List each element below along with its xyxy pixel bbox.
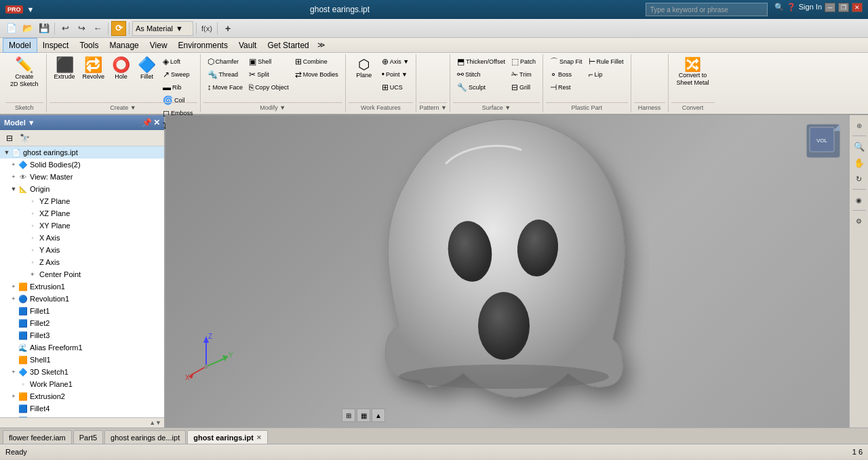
menu-tools[interactable]: Tools: [74, 38, 104, 53]
tree-item-origin[interactable]: ▼ 📐 Origin: [0, 183, 164, 195]
revolve-btn[interactable]: 🔁 Revolve: [79, 56, 108, 83]
app-menu-icon[interactable]: ▼: [27, 5, 35, 14]
expand-ext1[interactable]: +: [9, 283, 18, 290]
axis-btn[interactable]: ⊕Axis ▼: [379, 56, 412, 68]
vp-up-btn[interactable]: ▲: [372, 409, 385, 422]
tree-item-fillet1[interactable]: 🟦 Fillet1: [0, 305, 164, 317]
filter-btn[interactable]: ⊟: [3, 132, 16, 144]
nav-cube[interactable]: VOL: [803, 121, 844, 161]
expand-rev1[interactable]: +: [9, 295, 18, 302]
scroll-indicator[interactable]: ▲▼: [149, 419, 161, 426]
vp-grid-btn[interactable]: ⊞: [342, 409, 355, 422]
expand-origin[interactable]: ▼: [9, 186, 18, 192]
tree-item-z-axis[interactable]: ▫ Z Axis: [0, 256, 164, 268]
flower-feeder-tab[interactable]: flower feeder.iam: [3, 430, 72, 444]
expand-ext2[interactable]: +: [9, 393, 18, 400]
tree-item-fillet2[interactable]: 🟦 Fillet2: [0, 317, 164, 329]
hole-btn[interactable]: ⭕ Hole: [108, 56, 134, 83]
tree-item-center-point[interactable]: ✦ Center Point: [0, 268, 164, 280]
tree-item-root[interactable]: ▼ 📄 ghost earings.ipt: [0, 146, 164, 159]
menu-get-started[interactable]: Get Started: [262, 38, 314, 53]
vp-wire-btn[interactable]: ▦: [357, 409, 370, 422]
tree-item-xz[interactable]: ▫ XZ Plane: [0, 207, 164, 219]
chamfer-btn[interactable]: ⬡Chamfer: [205, 56, 246, 68]
patch-btn[interactable]: ⬚Patch: [509, 56, 538, 68]
open-btn[interactable]: 📂: [20, 21, 35, 36]
pattern-group-title[interactable]: Pattern ▼: [419, 102, 447, 112]
restore-btn[interactable]: ❐: [838, 3, 849, 12]
formula-btn[interactable]: f(x): [199, 21, 214, 36]
viewport[interactable]: VOL: [165, 115, 849, 427]
material-dropdown[interactable]: As Material ▼: [132, 21, 193, 36]
ghost-earings-close[interactable]: ✕: [256, 434, 262, 441]
full-nav-btn[interactable]: ⊕: [852, 118, 867, 133]
expand-solid[interactable]: +: [9, 161, 18, 168]
lip-btn[interactable]: ⌐Lip: [586, 68, 627, 81]
convert-sheet-metal-btn[interactable]: 🔀 Convert toSheet Metal: [673, 56, 713, 89]
move-face-btn[interactable]: ↕Move Face: [205, 81, 246, 93]
look-at-btn[interactable]: ◉: [852, 192, 867, 207]
sculpt-btn[interactable]: 🔧Sculpt: [454, 81, 508, 93]
minimize-btn[interactable]: ─: [825, 3, 835, 12]
tree-item-revolution1[interactable]: + 🔵 Revolution1: [0, 293, 164, 305]
rest-btn[interactable]: ⊣Rest: [547, 81, 585, 93]
update-btn[interactable]: ⟳: [111, 21, 126, 36]
expand-view[interactable]: +: [9, 173, 18, 180]
part5-tab[interactable]: Part5: [73, 430, 103, 444]
tree-item-y-axis[interactable]: ▫ Y Axis: [0, 244, 164, 256]
plane-btn[interactable]: ⬡ Plane: [350, 56, 378, 81]
rule-fillet-btn[interactable]: ⊢Rule Fillet: [586, 56, 627, 68]
tree-item-x-axis[interactable]: ▫ X Axis: [0, 232, 164, 244]
create-group-title[interactable]: Create ▼: [50, 102, 197, 112]
zoom-all-rt-btn[interactable]: 🔍: [852, 139, 867, 154]
sign-in-link[interactable]: Sign In: [799, 3, 822, 16]
fillet-btn[interactable]: 🔷 Fillet: [134, 56, 159, 83]
thicken-offset-btn[interactable]: ⬒Thicken/Offset: [454, 56, 508, 68]
tree-item-3dsketch1[interactable]: + 🔷 3D Sketch1: [0, 366, 164, 378]
menu-manage[interactable]: Manage: [104, 38, 144, 53]
trim-btn[interactable]: ✁Trim: [509, 68, 538, 81]
back-btn[interactable]: ←: [90, 21, 105, 36]
close-btn[interactable]: ✕: [852, 3, 863, 12]
surface-group-title[interactable]: Surface ▼: [453, 102, 540, 112]
new-btn[interactable]: 📄: [4, 21, 19, 36]
combine-btn[interactable]: ⊞Combine: [292, 56, 341, 68]
move-bodies-btn[interactable]: ⇄Move Bodies: [292, 68, 341, 81]
save-btn[interactable]: 💾: [37, 21, 52, 36]
redo-btn[interactable]: ↪: [74, 21, 89, 36]
menu-view[interactable]: View: [144, 38, 173, 53]
tree-item-extrusion1[interactable]: + 🟧 Extrusion1: [0, 280, 164, 293]
rib-btn[interactable]: ▬Rib: [160, 81, 196, 93]
expand-root[interactable]: ▼: [3, 149, 11, 156]
expand-3ds1[interactable]: +: [9, 369, 18, 375]
help-small-icon[interactable]: ≫: [317, 41, 326, 49]
grill-btn[interactable]: ⊟Grill: [509, 81, 538, 93]
panel-close-btn[interactable]: ✕: [153, 118, 160, 127]
ghost-earings-tab[interactable]: ghost earings.ipt ✕: [187, 430, 268, 444]
binoculars-btn[interactable]: 🔭: [18, 132, 31, 144]
tree-item-shell1[interactable]: 🟧 Shell1: [0, 354, 164, 366]
shell-btn[interactable]: ▣Shell: [246, 56, 292, 68]
loft-btn[interactable]: ◈Loft: [160, 56, 196, 68]
thread-btn[interactable]: 🔩Thread: [205, 68, 246, 81]
tree-item-alias[interactable]: 🌊 Alias Freeform1: [0, 341, 164, 354]
tree-item-fillet4[interactable]: 🟦 Fillet4: [0, 402, 164, 415]
sweep-btn[interactable]: ↗Sweep: [160, 68, 196, 81]
tree-item-fillet3[interactable]: 🟦 Fillet3: [0, 329, 164, 341]
menu-vault[interactable]: Vault: [233, 38, 262, 53]
pan-rt-btn[interactable]: ✋: [852, 155, 867, 170]
tree-item-view[interactable]: + 👁 View: Master: [0, 171, 164, 183]
tree-item-extrusion2[interactable]: + 🟧 Extrusion2: [0, 390, 164, 402]
menu-environments[interactable]: Environments: [173, 38, 233, 53]
settings-rt-btn[interactable]: ⚙: [852, 213, 867, 228]
panel-pin-btn[interactable]: 📌: [142, 118, 152, 127]
undo-btn[interactable]: ↩: [58, 21, 73, 36]
snap-fit-btn[interactable]: ⌒Snap Fit: [547, 56, 585, 68]
tree-item-solid-bodies[interactable]: + 🔷 Solid Bodies(2): [0, 159, 164, 171]
tree-item-workplane1[interactable]: ▫ Work Plane1: [0, 378, 164, 390]
ghost-earings-de-tab[interactable]: ghost earings de...ipt: [104, 430, 186, 444]
point-btn[interactable]: •Point ▼: [379, 68, 412, 81]
tree-item-xy[interactable]: ▫ XY Plane: [0, 219, 164, 232]
create-2d-sketch-btn[interactable]: ✏️ Create2D Sketch: [7, 56, 42, 90]
add-shortcut-btn[interactable]: +: [220, 21, 235, 36]
